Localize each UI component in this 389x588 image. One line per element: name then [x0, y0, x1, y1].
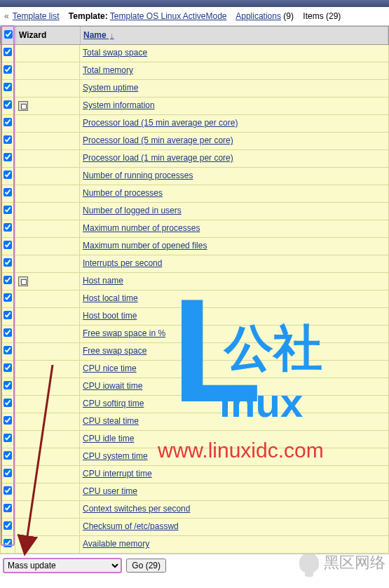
items-count: (29) — [326, 11, 341, 21]
item-link[interactable]: CPU steal time — [83, 416, 139, 426]
row-checkbox[interactable] — [4, 469, 12, 477]
row-checkbox[interactable] — [4, 416, 12, 425]
template-list-link[interactable]: Template list — [13, 11, 60, 21]
row-check-cell — [0, 80, 15, 97]
go-button[interactable]: Go (29) — [126, 559, 166, 573]
row-checkbox[interactable] — [4, 399, 12, 407]
sort-by-name-link[interactable]: Name ↓ — [83, 30, 114, 40]
row-name-cell: Host local time — [80, 290, 389, 307]
item-link[interactable]: CPU system time — [83, 451, 148, 461]
item-link[interactable]: Host boot time — [83, 311, 137, 321]
row-check-cell — [0, 378, 15, 395]
row-checkbox[interactable] — [4, 65, 12, 74]
item-link[interactable]: Free swap space — [83, 346, 146, 356]
row-name-cell: Total swap space — [80, 45, 389, 62]
table-row: System uptime — [0, 80, 389, 98]
item-link[interactable]: Host local time — [83, 293, 138, 303]
row-checkbox[interactable] — [4, 118, 12, 126]
item-link[interactable]: Checksum of /etc/passwd — [83, 521, 179, 531]
row-checkbox[interactable] — [4, 171, 12, 179]
item-link[interactable]: CPU iowait time — [83, 381, 142, 391]
row-checkbox[interactable] — [4, 188, 12, 196]
item-link[interactable]: CPU interrupt time — [83, 469, 152, 479]
item-link[interactable]: Context switches per second — [83, 504, 190, 514]
row-checkbox[interactable] — [4, 241, 12, 249]
item-link[interactable]: Total swap space — [83, 48, 147, 58]
row-name-cell: CPU iowait time — [80, 378, 389, 395]
item-link[interactable]: CPU nice time — [83, 363, 137, 373]
row-checkbox[interactable] — [4, 539, 12, 547]
row-checkbox[interactable] — [4, 258, 12, 267]
row-wizard-cell — [15, 255, 80, 272]
footer-actions: Mass update Go (29) — [0, 554, 389, 577]
item-link[interactable]: Free swap space in % — [83, 328, 165, 338]
item-link[interactable]: System uptime — [83, 83, 138, 93]
row-checkbox[interactable] — [4, 223, 12, 232]
table-row: System information — [0, 98, 389, 115]
row-check-cell — [0, 536, 15, 553]
row-checkbox[interactable] — [4, 276, 12, 284]
table-row: Number of processes — [0, 185, 389, 203]
row-checkbox[interactable] — [4, 100, 12, 109]
row-checkbox[interactable] — [4, 293, 12, 302]
breadcrumb: « Template list Template: Template OS Li… — [0, 7, 389, 26]
item-link[interactable]: Total memory — [83, 65, 133, 75]
row-checkbox[interactable] — [4, 434, 12, 442]
applications-link[interactable]: Applications — [236, 11, 281, 21]
row-check-cell — [0, 185, 15, 202]
item-link[interactable]: Processor load (1 min average per core) — [83, 153, 233, 163]
table-row: Available memory — [0, 536, 389, 554]
row-checkbox[interactable] — [4, 48, 12, 56]
row-checkbox[interactable] — [4, 521, 12, 530]
row-wizard-cell — [15, 343, 80, 360]
row-check-cell — [0, 115, 15, 132]
wizard-icon[interactable] — [18, 276, 28, 286]
row-name-cell: Host name — [80, 273, 389, 290]
wizard-icon[interactable] — [18, 101, 28, 111]
sort-down-icon: ↓ — [110, 31, 114, 39]
row-check-cell — [0, 483, 15, 500]
row-checkbox[interactable] — [4, 153, 12, 161]
item-link[interactable]: Available memory — [83, 539, 149, 549]
item-link[interactable]: Processor load (5 min average per core) — [83, 135, 233, 145]
row-checkbox[interactable] — [4, 135, 12, 144]
item-link[interactable]: Maximum number of processes — [83, 223, 200, 233]
item-link[interactable]: Maximum number of opened files — [83, 241, 207, 250]
row-name-cell: CPU idle time — [80, 431, 389, 448]
item-link[interactable]: Number of running processes — [83, 171, 193, 180]
item-link[interactable]: Number of processes — [83, 188, 163, 198]
row-check-cell — [0, 413, 15, 430]
row-checkbox[interactable] — [4, 504, 12, 512]
row-wizard-cell — [15, 466, 80, 483]
table-row: Processor load (5 min average per core) — [0, 133, 389, 150]
row-checkbox[interactable] — [4, 346, 12, 354]
row-check-cell — [0, 203, 15, 220]
select-all-checkbox[interactable] — [4, 30, 13, 39]
header-name-label: Name — [83, 30, 107, 40]
row-checkbox[interactable] — [4, 311, 12, 319]
item-link[interactable]: Number of logged in users — [83, 206, 182, 215]
item-link[interactable]: CPU user time — [83, 486, 137, 496]
item-link[interactable]: Host name — [83, 276, 123, 286]
row-check-cell — [0, 133, 15, 149]
row-checkbox[interactable] — [4, 83, 12, 91]
row-wizard-cell — [15, 150, 80, 167]
row-checkbox[interactable] — [4, 381, 12, 389]
item-link[interactable]: CPU idle time — [83, 434, 134, 443]
item-link[interactable]: System information — [83, 100, 155, 110]
table-row: Interrupts per second — [0, 255, 389, 273]
row-wizard-cell — [15, 185, 80, 202]
row-checkbox[interactable] — [4, 206, 12, 214]
template-name-link[interactable]: Template OS Linux ActiveMode — [110, 11, 227, 21]
item-link[interactable]: Processor load (15 min average per core) — [83, 118, 238, 128]
row-checkbox[interactable] — [4, 328, 12, 337]
mass-action-select[interactable]: Mass update — [3, 558, 122, 573]
row-wizard-cell — [15, 448, 80, 465]
row-checkbox[interactable] — [4, 451, 12, 460]
item-link[interactable]: CPU softirq time — [83, 399, 144, 408]
row-check-cell — [0, 448, 15, 465]
row-name-cell: Number of processes — [80, 185, 389, 202]
row-checkbox[interactable] — [4, 363, 12, 372]
item-link[interactable]: Interrupts per second — [83, 258, 162, 268]
row-checkbox[interactable] — [4, 486, 12, 495]
